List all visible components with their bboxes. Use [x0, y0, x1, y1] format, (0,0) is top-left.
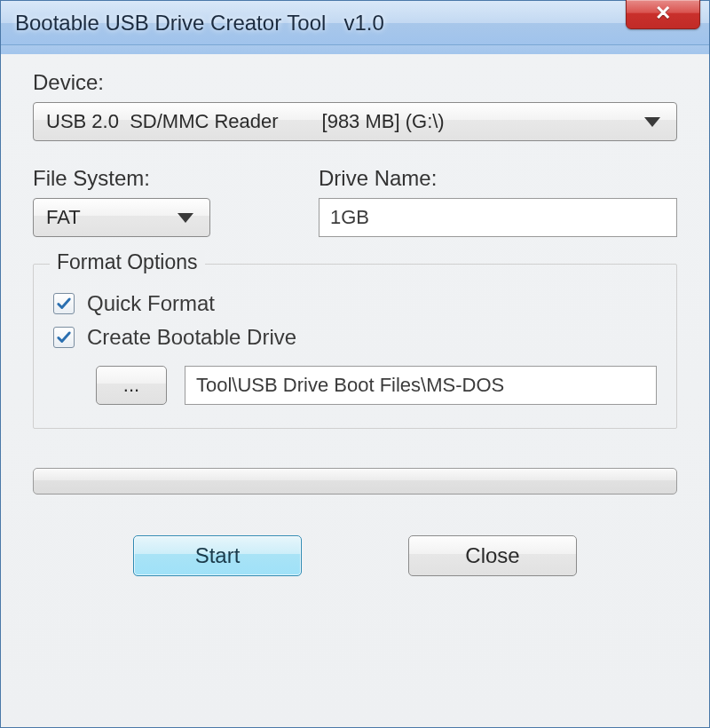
progress-bar [33, 468, 677, 495]
chevron-down-icon [178, 213, 193, 223]
quick-format-label: Quick Format [87, 291, 215, 316]
drive-name-input[interactable]: 1GB [319, 198, 677, 237]
browse-button[interactable]: ... [96, 366, 167, 405]
titlebar[interactable]: Bootable USB Drive Creator Tool v1.0 ✕ [1, 1, 709, 45]
device-dropdown[interactable]: USB 2.0 SD/MMC Reader [983 MB] (G:\) [33, 102, 677, 141]
drive-name-value: 1GB [330, 206, 369, 229]
create-bootable-row: Create Bootable Drive [53, 325, 657, 350]
close-icon: ✕ [655, 4, 671, 23]
browse-button-label: ... [123, 374, 139, 397]
file-system-dropdown[interactable]: FAT [33, 198, 210, 237]
create-bootable-label: Create Bootable Drive [87, 325, 296, 350]
start-button[interactable]: Start [133, 535, 302, 576]
close-window-button[interactable]: ✕ [626, 0, 700, 29]
device-selected-text: USB 2.0 SD/MMC Reader [983 MB] (G:\) [46, 110, 644, 133]
chevron-down-icon [644, 117, 660, 127]
boot-files-path-input[interactable]: Tool\USB Drive Boot Files\MS-DOS [185, 366, 657, 405]
client-area: Device: USB 2.0 SD/MMC Reader [983 MB] (… [1, 45, 709, 594]
close-button-label: Close [465, 543, 519, 568]
quick-format-row: Quick Format [53, 291, 657, 316]
checkmark-icon [56, 296, 72, 312]
drive-name-label: Drive Name: [319, 166, 677, 191]
start-button-label: Start [195, 543, 241, 568]
file-system-selected-text: FAT [46, 206, 178, 229]
file-system-label: File System: [33, 166, 296, 191]
checkmark-icon [56, 329, 72, 345]
window-title: Bootable USB Drive Creator Tool v1.0 [15, 11, 384, 36]
close-button[interactable]: Close [408, 535, 577, 576]
device-label: Device: [33, 70, 677, 95]
app-window: Bootable USB Drive Creator Tool v1.0 ✕ D… [0, 0, 710, 728]
format-options-group: Format Options Quick Format Create Boota… [33, 264, 677, 429]
boot-files-path-text: Tool\USB Drive Boot Files\MS-DOS [196, 374, 504, 397]
create-bootable-checkbox[interactable] [53, 327, 75, 348]
quick-format-checkbox[interactable] [53, 293, 75, 314]
format-options-legend: Format Options [50, 250, 205, 274]
